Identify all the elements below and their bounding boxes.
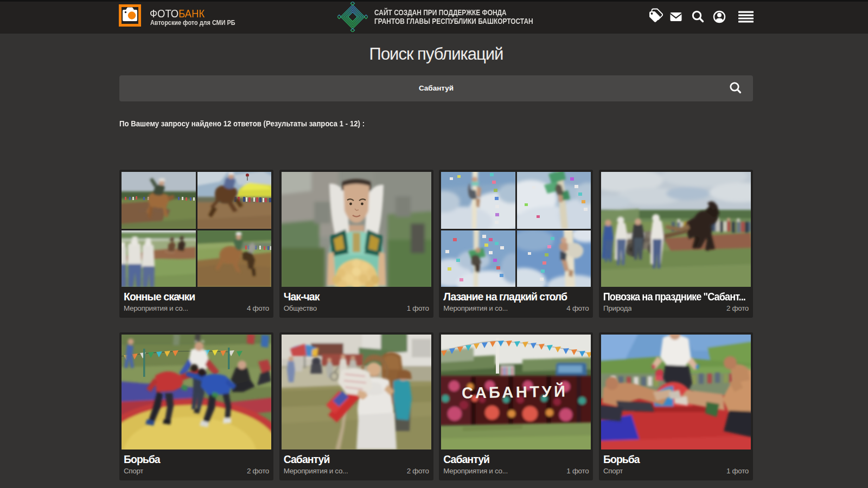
svg-text:САБАНТУЙ: САБАНТУЙ	[462, 382, 568, 401]
